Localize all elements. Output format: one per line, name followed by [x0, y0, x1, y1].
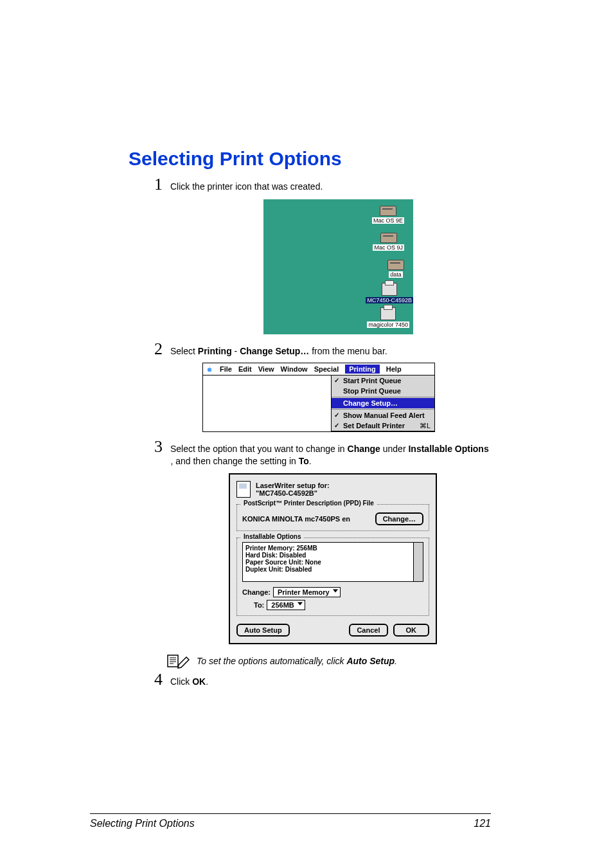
menu-item-manual-feed-alert[interactable]: Show Manual Feed Alert: [332, 410, 434, 420]
text: , and then change the setting in: [170, 456, 298, 466]
disk-label: Mac OS 9E: [372, 217, 404, 224]
dialog-title-line1: LaserWriter setup for:: [256, 482, 330, 489]
text-bold: Installable Options: [408, 444, 488, 454]
apple-menu-icon[interactable]: [206, 365, 213, 373]
step-3: 3 Select the option that you want to cha…: [154, 439, 574, 455]
text: -: [232, 346, 240, 356]
menu-edit[interactable]: Edit: [238, 365, 252, 373]
step-number: 4: [154, 671, 163, 688]
group-label: PostScript™ Printer Description (PPD) Fi…: [241, 500, 377, 507]
text: .: [206, 676, 208, 687]
text: .: [309, 456, 312, 466]
disk-label: Mac OS 9J: [373, 244, 404, 251]
svg-rect-0: [168, 655, 178, 667]
printer-label: MC7450-C4592B: [366, 297, 413, 303]
scroll-down-icon[interactable]: ▼: [415, 574, 422, 580]
step-3-continued: Op, and then change the setting in To.: [171, 455, 479, 468]
opt-key: Hard Disk:: [245, 552, 278, 559]
auto-setup-button[interactable]: Auto Setup: [236, 624, 290, 637]
disk-item: Mac OS 9J: [373, 233, 404, 251]
menu-item-set-default-printer[interactable]: Set Default Printer ⌘L: [332, 420, 434, 431]
group-label: Installable Options: [241, 533, 303, 540]
menu-item-label: Set Default Printer: [343, 422, 405, 429]
page-footer: Selecting Print Options 121: [90, 813, 491, 829]
menu-special[interactable]: Special: [314, 365, 339, 373]
text: .: [395, 656, 397, 666]
note-icon: [167, 653, 190, 669]
step-number: 1: [154, 176, 163, 193]
dialog-title: LaserWriter setup for: "MC7450-C4592B": [256, 482, 330, 497]
menu-printing[interactable]: Printing: [345, 365, 380, 374]
text: under: [380, 444, 409, 454]
ok-button[interactable]: OK: [393, 624, 430, 637]
step-number: 3: [154, 439, 163, 455]
ppd-name: KONICA MINOLTA mc7450PS en: [242, 515, 350, 523]
printer-icon: [380, 307, 396, 320]
opt-row: Printer Memory: 256MB: [245, 545, 420, 552]
options-list[interactable]: Printer Memory: 256MB Hard Disk: Disable…: [242, 542, 423, 582]
change-popup[interactable]: Printer Memory: [273, 587, 341, 597]
to-field-row: To: 256MB: [254, 600, 423, 610]
text-bold: OK: [192, 676, 206, 687]
step-text: Click OK.: [170, 676, 208, 687]
setup-dialog: LaserWriter setup for: "MC7450-C4592B" P…: [229, 473, 437, 644]
opt-val: Disabled: [278, 552, 306, 559]
section-title: Selecting Print Options: [129, 148, 574, 170]
to-label: To:: [254, 601, 264, 609]
page-number: 121: [474, 818, 491, 829]
step-2: 2 Select Printing - Change Setup… from t…: [154, 341, 574, 357]
installable-options-group: Installable Options Printer Memory: 256M…: [236, 538, 429, 616]
change-ppd-button[interactable]: Change…: [375, 512, 423, 525]
opt-val: Disabled: [283, 566, 312, 573]
menu-file[interactable]: File: [220, 365, 232, 373]
scroll-up-icon[interactable]: ▲: [415, 562, 422, 568]
document-icon: [236, 481, 251, 498]
to-popup[interactable]: 256MB: [267, 600, 305, 610]
menu-shortcut: ⌘L: [420, 422, 431, 430]
menu-help[interactable]: Help: [386, 365, 402, 373]
menubar-screenshot: File Edit View Window Special Printing H…: [202, 363, 435, 432]
disk-icon: [380, 206, 396, 216]
dialog-title-row: LaserWriter setup for: "MC7450-C4592B": [236, 481, 429, 498]
printing-dropdown: Start Print Queue Stop Print Queue Chang…: [331, 375, 435, 431]
step-number: 2: [154, 341, 163, 357]
dialog-buttons: Auto Setup Cancel OK: [236, 624, 429, 637]
menubar: File Edit View Window Special Printing H…: [203, 363, 434, 375]
footer-title: Selecting Print Options: [90, 818, 195, 829]
step-text: Click the printer icon that was created.: [170, 181, 323, 192]
printer-item[interactable]: MC7450-C4592B: [366, 283, 413, 303]
disk-icon: [387, 260, 404, 270]
menu-item-start-queue[interactable]: Start Print Queue: [332, 375, 434, 386]
opt-row: Hard Disk: Disabled: [245, 552, 420, 559]
opt-key: Paper Source Unit:: [245, 559, 303, 566]
cancel-button[interactable]: Cancel: [349, 624, 387, 637]
text-bold: To: [299, 456, 309, 466]
step-text: Select Printing - Change Setup… from the…: [170, 345, 387, 357]
opt-row: Paper Source Unit: None: [245, 559, 420, 566]
step-4: 4 Click OK.: [154, 671, 574, 688]
menu-item-stop-queue[interactable]: Stop Print Queue: [332, 386, 434, 396]
disk-item: Mac OS 9E: [372, 206, 404, 224]
printer-item: magicolor 7450: [367, 307, 409, 328]
disk-item: data: [387, 260, 404, 278]
text: Select the option that you want to chang…: [170, 444, 348, 454]
menu-item-change-setup[interactable]: Change Setup…: [332, 398, 434, 408]
change-label: Change:: [242, 588, 271, 596]
text-bold: Change Setup…: [240, 346, 309, 356]
opt-key: Printer Memory:: [245, 545, 295, 552]
menu-separator: [332, 409, 434, 410]
opt-key: Duplex Unit:: [245, 566, 283, 573]
menu-window[interactable]: Window: [281, 365, 308, 373]
text: from the menu bar.: [309, 346, 387, 356]
text-bold: Printing: [198, 346, 232, 356]
note-row: To set the options automatically, click …: [167, 653, 574, 669]
note-text: To set the options automatically, click …: [197, 656, 397, 666]
dialog-title-line2: "MC7450-C4592B": [256, 489, 330, 497]
text-bold: Change: [348, 444, 380, 454]
printer-icon: [382, 283, 397, 296]
opt-val: None: [303, 559, 321, 566]
disk-label: data: [389, 271, 403, 278]
desktop-screenshot: Mac OS 9E Mac OS 9J data MC7450-C4592B m…: [263, 199, 413, 334]
disk-icon: [380, 233, 397, 243]
menu-view[interactable]: View: [258, 365, 274, 373]
